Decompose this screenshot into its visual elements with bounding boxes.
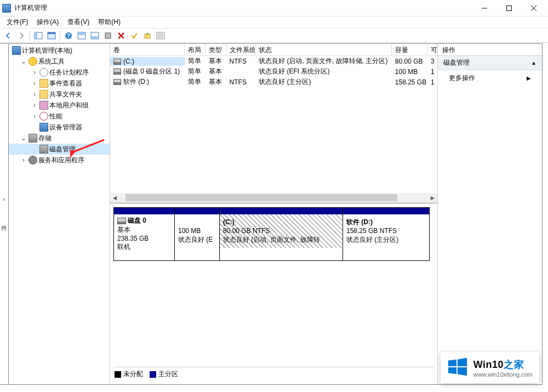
actions-panel: 操作 磁盘管理▲ 更多操作▶: [438, 44, 542, 384]
maximize-button[interactable]: [496, 0, 521, 16]
drive-icon: [113, 79, 121, 85]
tree-disk-management[interactable]: 磁盘管理: [9, 144, 110, 155]
menu-file[interactable]: 文件(F): [2, 16, 32, 28]
volume-list-blank[interactable]: [110, 87, 437, 193]
expand-icon[interactable]: ›: [31, 101, 38, 109]
partition[interactable]: (C:)80.00 GB NTFS状态良好 (启动, 页面文件, 故障转: [220, 207, 343, 261]
settings-button[interactable]: [102, 30, 114, 42]
tree-performance[interactable]: ›性能: [9, 111, 110, 122]
back-button[interactable]: [2, 30, 14, 42]
menu-action[interactable]: 操作(A): [32, 16, 63, 28]
svg-marker-21: [448, 360, 456, 366]
properties-button[interactable]: [45, 30, 58, 42]
svg-rect-1: [506, 5, 511, 10]
app-icon: [2, 4, 11, 13]
col-layout[interactable]: 布局: [185, 44, 206, 55]
actions-more[interactable]: 更多操作▶: [438, 70, 542, 86]
legend-primary: 主分区: [150, 370, 178, 379]
tree-shared-folders[interactable]: ›共享文件夹: [9, 89, 110, 100]
tree-label: 事件查看器: [49, 79, 82, 88]
svg-rect-14: [105, 33, 111, 38]
drive-icon: [113, 69, 121, 75]
scroll-thumb[interactable]: [125, 194, 397, 201]
collapse-icon[interactable]: ▲: [531, 60, 536, 66]
scroll-track[interactable]: [119, 193, 428, 202]
col-capacity[interactable]: 容量: [392, 44, 427, 55]
tree-system-tools[interactable]: ⌄系统工具: [9, 56, 110, 67]
disk-header[interactable]: 磁盘 0 基本 238.35 GB 联机: [113, 207, 175, 261]
legend-unallocated: 未分配: [115, 370, 143, 379]
main-area: 计算机管理(本地) ⌄系统工具 ›任务计划程序 ›事件查看器 ›共享文件夹 ›本…: [8, 43, 543, 385]
tree-root[interactable]: 计算机管理(本地): [9, 45, 110, 56]
forward-button[interactable]: [15, 30, 27, 42]
tree-services[interactable]: ›服务和应用程序: [9, 155, 110, 166]
expand-icon[interactable]: ›: [31, 90, 38, 98]
col-type[interactable]: 类型: [206, 44, 226, 55]
menu-help[interactable]: 帮助(H): [94, 16, 125, 28]
tree-label: 共享文件夹: [49, 90, 82, 99]
list-icon[interactable]: [155, 30, 167, 42]
disk-row[interactable]: 磁盘 0 基本 238.35 GB 联机 100 MB状态良好 (E(C:)80…: [113, 207, 434, 261]
help-button[interactable]: ?: [62, 30, 75, 42]
legend-swatch-primary: [150, 371, 156, 378]
tree-label: 设备管理器: [49, 123, 82, 132]
col-filesystem[interactable]: 文件系统: [226, 44, 255, 55]
shared-icon: [39, 90, 48, 99]
expand-icon[interactable]: ›: [31, 112, 38, 120]
partition[interactable]: 100 MB状态良好 (E: [175, 207, 220, 261]
col-status[interactable]: 状态: [255, 44, 392, 55]
titlebar: 计算机管理: [0, 0, 548, 16]
view-bottom-button[interactable]: [89, 30, 101, 42]
horizontal-scrollbar[interactable]: ◄ ►: [110, 193, 437, 202]
view-top-button[interactable]: [76, 30, 88, 42]
col-free[interactable]: 可: [427, 44, 437, 55]
disk-icon: [117, 218, 126, 224]
expand-icon[interactable]: ›: [20, 156, 27, 164]
services-icon: [28, 156, 37, 164]
tree-task-scheduler[interactable]: ›任务计划程序: [9, 67, 110, 78]
actions-header: 操作: [438, 44, 542, 56]
partition-bar: [343, 208, 429, 214]
volume-list[interactable]: 卷 布局 类型 文件系统 状态 容量 可 (C:)简单基本NTFS状态良好 (启…: [110, 44, 437, 204]
volume-row[interactable]: (C:)简单基本NTFS状态良好 (启动, 页面文件, 故障转储, 主分区)80…: [110, 56, 437, 66]
tools-icon: [28, 57, 37, 66]
window-title: 计算机管理: [14, 3, 472, 13]
check-icon[interactable]: [128, 30, 140, 42]
minimize-button[interactable]: [472, 0, 496, 16]
scroll-right-icon[interactable]: ►: [428, 193, 437, 202]
disk-name: 磁盘 0: [128, 217, 146, 224]
volume-row[interactable]: 软件 (D:)简单基本NTFS状态良好 (主分区)158.25 GB1: [110, 77, 437, 87]
tree-storage[interactable]: ⌄存储: [9, 133, 110, 144]
menu-view[interactable]: 查看(V): [63, 16, 94, 28]
collapse-icon[interactable]: ⌄: [20, 134, 27, 142]
close-button[interactable]: [521, 0, 546, 16]
tree-local-users[interactable]: ›本地用户和组: [9, 100, 110, 111]
tree-device-manager[interactable]: 设备管理器: [9, 122, 110, 133]
partition-bar: [220, 208, 342, 214]
users-icon: [39, 101, 48, 110]
collapse-icon[interactable]: ⌄: [20, 58, 27, 65]
toolbar-separator: [60, 31, 60, 41]
volume-row[interactable]: (磁盘 0 磁盘分区 1)简单基本状态良好 (EFI 系统分区)100 MB1: [110, 66, 437, 77]
storage-icon: [28, 134, 37, 143]
col-volume[interactable]: 卷: [110, 44, 185, 55]
svg-marker-23: [448, 367, 456, 374]
expand-icon[interactable]: ›: [31, 79, 38, 87]
expand-icon[interactable]: ›: [31, 69, 38, 76]
watermark-url: www.win10xitong.com: [473, 371, 533, 378]
delete-icon[interactable]: [115, 30, 127, 42]
partition[interactable]: 软件 (D:)158.25 GB NTFS状态良好 (主分区): [343, 207, 430, 261]
svg-text:?: ?: [67, 33, 70, 39]
scroll-left-icon[interactable]: ◄: [110, 193, 119, 202]
toolbar: ?: [0, 29, 548, 43]
tree-label: 服务和应用程序: [38, 156, 84, 165]
console-tree[interactable]: 计算机管理(本地) ⌄系统工具 ›任务计划程序 ›事件查看器 ›共享文件夹 ›本…: [9, 44, 110, 384]
disk-graphic-area[interactable]: 磁盘 0 基本 238.35 GB 联机 100 MB状态良好 (E(C:)80…: [110, 204, 437, 384]
volume-rows: (C:)简单基本NTFS状态良好 (启动, 页面文件, 故障转储, 主分区)80…: [110, 56, 437, 87]
refresh-icon[interactable]: [141, 30, 153, 42]
actions-group[interactable]: 磁盘管理▲: [438, 56, 542, 70]
center-panel: 卷 布局 类型 文件系统 状态 容量 可 (C:)简单基本NTFS状态良好 (启…: [110, 44, 438, 384]
show-hide-tree-button[interactable]: [32, 30, 44, 42]
toolbar-separator: [30, 31, 30, 41]
tree-event-viewer[interactable]: ›事件查看器: [9, 78, 110, 89]
